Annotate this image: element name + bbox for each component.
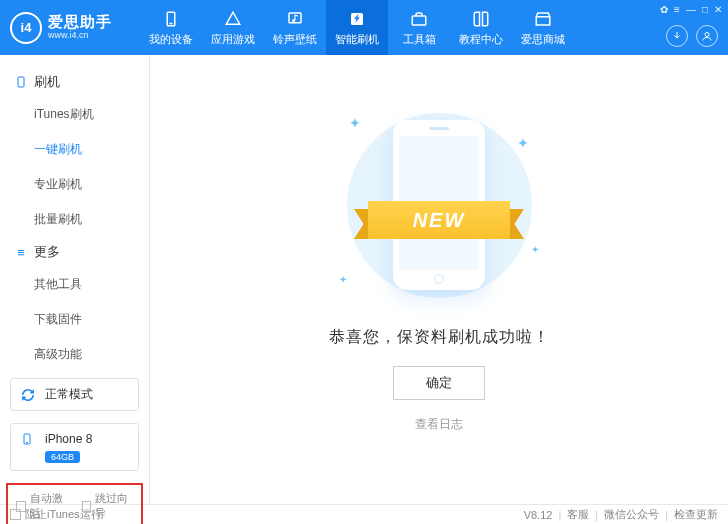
version-label: V8.12 xyxy=(524,509,553,521)
logo-icon: i4 xyxy=(10,12,42,44)
nav-flash[interactable]: 智能刷机 xyxy=(326,0,388,55)
update-link[interactable]: 检查更新 xyxy=(674,507,718,522)
nav-ringtones[interactable]: 铃声壁纸 xyxy=(264,0,326,55)
svg-point-7 xyxy=(705,33,709,37)
device-box[interactable]: iPhone 8 64GB xyxy=(10,423,139,471)
device-name: iPhone 8 xyxy=(45,432,92,446)
new-ribbon: NEW xyxy=(354,197,524,243)
storage-badge: 64GB xyxy=(45,451,80,463)
main-content: ✦ ✦ ✦ ✦ NEW 恭喜您，保资料刷机成功啦！ 确定 查看日志 xyxy=(150,55,728,504)
block-itunes-checkbox[interactable]: 阻止iTunes运行 xyxy=(10,507,102,522)
device-icon xyxy=(161,9,181,29)
logo-url: www.i4.cn xyxy=(48,31,112,41)
close-icon[interactable]: ✕ xyxy=(714,4,722,15)
nav-my-device[interactable]: 我的设备 xyxy=(140,0,202,55)
sidebar-item-pro-flash[interactable]: 专业刷机 xyxy=(34,167,149,202)
apps-icon xyxy=(223,9,243,29)
logo-title: 爱思助手 xyxy=(48,14,112,31)
flash-icon xyxy=(347,9,367,29)
sidebar-item-onekey-flash[interactable]: 一键刷机 xyxy=(34,132,149,167)
minimize-icon[interactable]: ― xyxy=(686,4,696,15)
user-button[interactable] xyxy=(696,25,718,47)
success-message: 恭喜您，保资料刷机成功啦！ xyxy=(329,327,550,348)
book-icon xyxy=(471,9,491,29)
phone-icon xyxy=(14,75,28,89)
nav-store[interactable]: 爱思商城 xyxy=(512,0,574,55)
svg-rect-8 xyxy=(18,77,24,87)
mode-box[interactable]: 正常模式 xyxy=(10,378,139,411)
refresh-icon xyxy=(21,388,39,402)
toolbox-icon xyxy=(409,9,429,29)
success-illustration: ✦ ✦ ✦ ✦ NEW xyxy=(309,105,569,305)
app-header: i4 爱思助手 www.i4.cn 我的设备 应用游戏 铃声壁纸 智能刷机 工具… xyxy=(0,0,728,55)
music-icon xyxy=(285,9,305,29)
view-log-link[interactable]: 查看日志 xyxy=(415,416,463,433)
store-icon xyxy=(533,9,553,29)
confirm-button[interactable]: 确定 xyxy=(393,366,485,400)
nav-apps[interactable]: 应用游戏 xyxy=(202,0,264,55)
mode-label: 正常模式 xyxy=(45,386,93,403)
sidebar-item-other-tools[interactable]: 其他工具 xyxy=(34,267,149,302)
skin-icon[interactable]: ✿ xyxy=(660,4,668,15)
sidebar-item-download-firmware[interactable]: 下载固件 xyxy=(34,302,149,337)
nav-toolbox[interactable]: 工具箱 xyxy=(388,0,450,55)
maximize-icon[interactable]: □ xyxy=(702,4,708,15)
sidebar-item-batch-flash[interactable]: 批量刷机 xyxy=(34,202,149,237)
menu-icon[interactable]: ≡ xyxy=(674,4,680,15)
sidebar-item-advanced[interactable]: 高级功能 xyxy=(34,337,149,372)
sidebar-item-itunes-flash[interactable]: iTunes刷机 xyxy=(34,97,149,132)
more-icon: ≡ xyxy=(14,245,28,260)
logo-area: i4 爱思助手 www.i4.cn xyxy=(10,12,140,44)
svg-rect-5 xyxy=(412,16,426,25)
sidebar: 刷机 iTunes刷机 一键刷机 专业刷机 批量刷机 ≡ 更多 其他工具 下载固… xyxy=(0,55,150,504)
download-button[interactable] xyxy=(666,25,688,47)
sidebar-section-flash[interactable]: 刷机 xyxy=(0,67,149,97)
nav-tutorials[interactable]: 教程中心 xyxy=(450,0,512,55)
svg-rect-6 xyxy=(536,16,550,24)
main-nav: 我的设备 应用游戏 铃声壁纸 智能刷机 工具箱 教程中心 爱思商城 xyxy=(140,0,574,55)
window-controls: ✿ ≡ ― □ ✕ xyxy=(660,4,722,15)
phone-icon xyxy=(21,431,39,447)
support-link[interactable]: 客服 xyxy=(567,507,589,522)
sidebar-section-more[interactable]: ≡ 更多 xyxy=(0,237,149,267)
wechat-link[interactable]: 微信公众号 xyxy=(604,507,659,522)
